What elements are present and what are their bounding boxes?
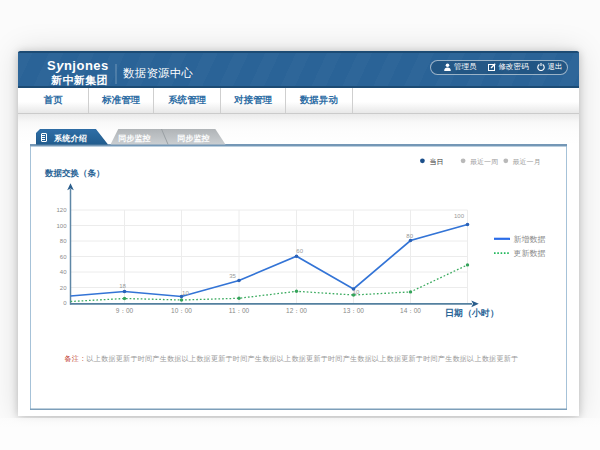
svg-text:日期（小时）: 日期（小时） (445, 308, 499, 318)
svg-text:10: 10 (353, 289, 360, 295)
svg-text:13：00: 13：00 (343, 307, 364, 314)
svg-text:11：00: 11：00 (229, 307, 250, 314)
svg-text:备注：以上数据更新于时间产生数据以上数据更新于时间产生数据以: 备注：以上数据更新于时间产生数据以上数据更新于时间产生数据以上数据更新于时间产生… (65, 354, 519, 363)
svg-text:60: 60 (296, 248, 303, 254)
svg-text:数据交换（条）: 数据交换（条） (44, 168, 105, 178)
svg-text:80: 80 (406, 233, 413, 239)
svg-text:100: 100 (56, 223, 67, 229)
svg-text:40: 40 (60, 269, 67, 275)
svg-text:18: 18 (119, 283, 126, 289)
svg-text:9：00: 9：00 (116, 307, 134, 314)
svg-text:20: 20 (60, 285, 67, 291)
svg-text:12：00: 12：00 (286, 307, 307, 314)
svg-text:更新数据: 更新数据 (514, 249, 546, 258)
svg-text:10: 10 (182, 290, 189, 296)
svg-text:新增数据: 新增数据 (514, 235, 546, 244)
svg-text:14：00: 14：00 (400, 307, 421, 314)
svg-text:最近一周: 最近一周 (470, 158, 498, 165)
svg-text:80: 80 (60, 238, 67, 244)
svg-text:10：00: 10：00 (171, 307, 192, 314)
svg-text:120: 120 (56, 207, 67, 213)
svg-text:当日: 当日 (430, 158, 444, 166)
svg-text:60: 60 (60, 254, 67, 260)
svg-text:最近一月: 最近一月 (513, 158, 541, 166)
svg-text:100: 100 (454, 213, 465, 219)
svg-text:35: 35 (229, 273, 236, 279)
